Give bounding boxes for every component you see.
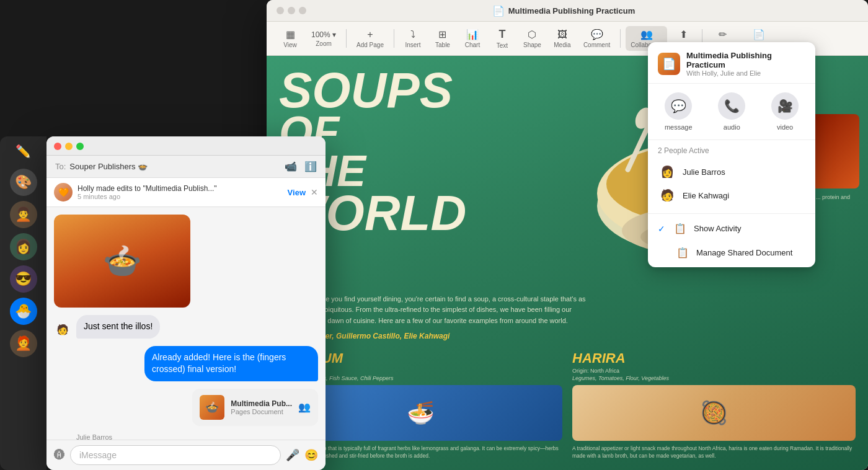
message-row-illos: 🧑 Just sent the illos! (54, 315, 318, 339)
notification-banner: 🧡 Holly made edits to "Multimedia Publis… (46, 178, 326, 207)
collab-header-text: Multimedia Publishing Practicum With Hol… (686, 51, 805, 77)
toolbar-media[interactable]: 🖼 Media (549, 27, 576, 51)
table-icon: ⊞ (438, 29, 446, 40)
messages-list: 🍲 🧑 Just sent the illos! Already added! … (46, 207, 326, 440)
pages-fullscreen[interactable] (299, 7, 306, 14)
add-page-icon: + (367, 29, 373, 40)
collab-doc-icon: 📄 (658, 53, 680, 75)
toolbar-add-page[interactable]: + Add Page (352, 27, 389, 51)
toolbar-comment[interactable]: 💬 Comment (578, 26, 615, 51)
toolbar-zoom[interactable]: 100% ▾ Zoom (306, 28, 341, 50)
harira-description: A traditional appetizer or light snack m… (572, 445, 856, 461)
insert-label: Insert (405, 42, 420, 48)
collab-actions: 💬 message 📞 audio 🎥 video (648, 84, 815, 140)
collab-audio-button[interactable]: 📞 audio (718, 92, 745, 131)
show-activity-label: Show Activity (694, 224, 742, 233)
shape-label: Shape (523, 42, 541, 48)
toolbar-chart[interactable]: 📊 Chart (459, 26, 486, 51)
close-button[interactable] (54, 143, 61, 150)
emoji-picker-button[interactable]: 😊 (304, 448, 318, 462)
show-activity-icon: 📋 (674, 223, 686, 234)
message-doc-row: 🍲 Multimedia Pub... Pages Document 👥 (54, 389, 318, 426)
doc-collab-icon: 👥 (298, 401, 311, 413)
toolbar-view[interactable]: ▦ View (277, 26, 304, 51)
collab-people-section: 2 People Active 👩 Julie Barros 🧑 Elie Ka… (648, 140, 815, 214)
chart-icon: 📊 (466, 29, 479, 40)
collab-message-button[interactable]: 💬 message (665, 92, 693, 131)
sidebar-avatar-4[interactable]: 😎 (10, 265, 37, 293)
video-call-button[interactable]: 📹 (285, 161, 297, 172)
toolbar-shape[interactable]: ⬡ Shape (518, 26, 546, 51)
toolbar-sep-2 (394, 29, 394, 48)
doc-type: Pages Document (231, 408, 292, 415)
collab-header: 📄 Multimedia Publishing Practicum With H… (648, 42, 815, 84)
sidebar-avatar-1[interactable]: 🎨 (10, 169, 37, 196)
pages-app-icon: 📄 (492, 5, 503, 16)
message-bubble-illos: Just sent the illos! (76, 315, 160, 339)
collab-doc-with: With Holly, Julie and Elie (686, 69, 805, 77)
message-julie-section: Julie Barros 👩 Love the drawings, Elie! (54, 433, 318, 440)
messages-window: To: Souper Publishers 🍲 📹 ℹ️ 🧡 Holly mad… (46, 136, 326, 470)
fullscreen-button[interactable] (76, 143, 84, 150)
media-icon: 🖼 (557, 29, 567, 40)
close-notification-button[interactable]: ✕ (311, 187, 318, 197)
insert-icon: ⤵ (410, 29, 415, 40)
chart-label: Chart (465, 42, 480, 48)
pages-minimize[interactable] (288, 7, 295, 14)
toolbar-insert[interactable]: ⤵ Insert (399, 27, 427, 51)
notification-left: 🧡 Holly made edits to "Multimedia Publis… (54, 183, 217, 202)
people-active-count: 2 People Active (658, 146, 805, 155)
comment-icon: 💬 (591, 29, 603, 40)
doc-name: Multimedia Pub... (231, 399, 292, 408)
sidebar-avatar-2[interactable]: 🧑‍🦱 (10, 201, 37, 228)
show-activity-check: ✓ (658, 224, 665, 234)
text-icon: T (498, 28, 505, 41)
collaborate-icon: 👥 (640, 29, 653, 40)
view-notification-button[interactable]: View (288, 188, 306, 197)
toolbar-text[interactable]: T Text (489, 25, 516, 51)
view-label: View (283, 42, 297, 48)
share-icon: ⬆ (680, 29, 688, 40)
emoji-button[interactable]: 🎤 (286, 448, 299, 462)
pages-title-center: 📄 Multimedia Publishing Practicum (492, 5, 635, 16)
notification-avatar: 🧡 (54, 183, 73, 202)
toolbar-table[interactable]: ⊞ Table (429, 26, 456, 51)
messages-titlebar (46, 136, 326, 156)
manage-doc-label: Manage Shared Document (696, 248, 792, 257)
julie-collab-avatar: 👩 (658, 162, 676, 181)
info-button[interactable]: ℹ️ (304, 161, 317, 172)
manage-shared-doc-item[interactable]: 📋 Manage Shared Document (648, 241, 815, 265)
minimize-button[interactable] (65, 143, 73, 150)
pages-document-title: Multimedia Publishing Practicum (508, 6, 635, 16)
apps-icon[interactable]: 🅐 (54, 449, 65, 462)
message-image: 🍲 (54, 215, 318, 308)
compose-button[interactable]: ✏️ (16, 144, 31, 159)
bottom-soups-row: TOM YUM Origin: Thailand Broth, Lemongra… (279, 350, 856, 461)
harira-origin: Origin: North Africa (572, 368, 856, 374)
message-action-icon: 💬 (665, 92, 692, 120)
notification-time: 5 minutes ago (78, 193, 217, 200)
message-input[interactable]: iMessage (70, 445, 281, 465)
collab-message-label: message (665, 123, 693, 131)
sidebar-avatar-5[interactable]: 🐣 (10, 298, 37, 325)
person-julie: 👩 Julie Barros (658, 160, 805, 184)
messages-to: To: Souper Publishers 🍲 (55, 162, 148, 171)
recipient-name: Souper Publishers 🍲 (69, 162, 148, 171)
messages-header: To: Souper Publishers 🍲 📹 ℹ️ (46, 156, 326, 178)
shape-icon: ⬡ (528, 29, 536, 40)
sidebar-avatar-6[interactable]: 🧑‍🦰 (10, 330, 37, 357)
traffic-lights (54, 143, 84, 150)
comment-label: Comment (583, 42, 610, 48)
pages-close[interactable] (277, 7, 284, 14)
add-page-label: Add Page (356, 42, 384, 48)
collab-doc-name: Multimedia Publishing Practicum (686, 51, 805, 69)
zoom-icon: 100% ▾ (311, 30, 336, 39)
media-label: Media (554, 42, 570, 48)
elie-collab-name: Elie Kahwagi (683, 191, 729, 200)
person-elie: 🧑 Elie Kahwagi (658, 184, 805, 207)
show-activity-item[interactable]: ✓ 📋 Show Activity (648, 216, 815, 241)
collab-video-button[interactable]: 🎥 video (771, 92, 799, 131)
messages-icons: 📹 ℹ️ (285, 161, 317, 172)
zoom-label: Zoom (316, 40, 332, 47)
sidebar-avatar-3[interactable]: 👩 (10, 233, 37, 260)
